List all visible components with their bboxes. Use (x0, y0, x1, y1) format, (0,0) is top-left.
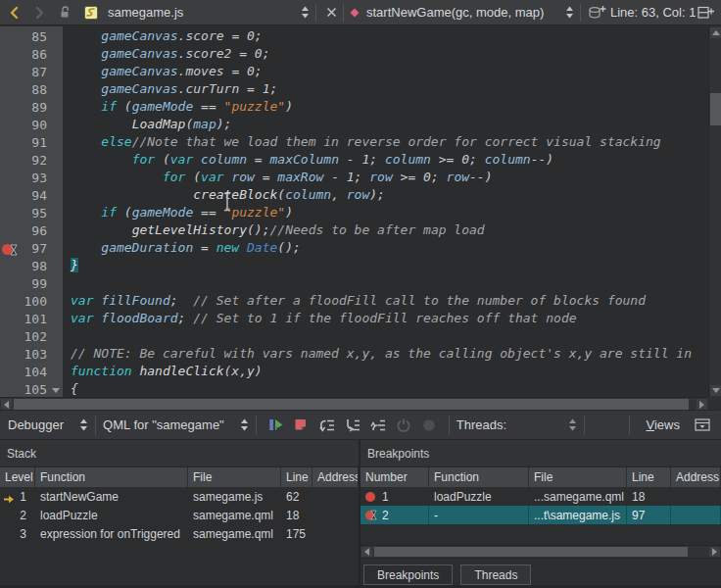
fold-marker-icon[interactable] (52, 388, 60, 393)
code-line[interactable]: { (63, 381, 708, 397)
code-line[interactable]: var floodBoard; // Set to 1 if the flood… (63, 311, 708, 328)
code-line[interactable] (63, 275, 708, 293)
stack-row[interactable]: 2loadPuzzlesamegame.qml18 (0, 506, 359, 524)
code-line[interactable]: gameCanvas.moves = 0; (63, 64, 708, 81)
column-header[interactable]: Address (312, 467, 359, 487)
code-line[interactable]: createBlock(column, row); (63, 187, 708, 205)
line-number[interactable]: 100 (0, 293, 63, 311)
scroll-left-button[interactable] (1, 399, 12, 410)
line-number[interactable]: 101 (0, 311, 63, 328)
column-header[interactable]: File (529, 467, 627, 487)
symbol-selector[interactable]: startNewGame(gc, mode, map) (349, 0, 574, 24)
stop-debug-button[interactable] (289, 414, 314, 437)
column-header[interactable]: Address (671, 467, 721, 487)
column-header[interactable]: Function (35, 467, 188, 487)
scroll-right-button[interactable] (709, 547, 720, 557)
tab-breakpoints[interactable]: Breakpoints (363, 564, 453, 585)
document-selector[interactable]: samegame.js (82, 0, 310, 24)
threads-selector[interactable] (506, 418, 577, 431)
code-line[interactable]: if (gameMode == "puzzle") (63, 205, 708, 222)
stack-row[interactable]: 3expression for onTriggeredsamegame.qml1… (0, 524, 359, 543)
line-number[interactable]: 96 (0, 222, 63, 240)
line-number[interactable]: 94 (0, 187, 63, 205)
column-header[interactable]: Line (281, 467, 312, 487)
editor-horizontal-scrollbar[interactable] (0, 397, 708, 410)
code-line[interactable]: } (63, 258, 708, 275)
views-button[interactable]: Views (647, 417, 680, 432)
code-line[interactable]: for (var column = maxColumn - 1; column … (63, 152, 708, 170)
column-header[interactable]: Level (0, 467, 35, 487)
step-over-button[interactable] (314, 414, 340, 437)
interrupt-button[interactable] (391, 414, 416, 437)
column-header[interactable]: Line (627, 467, 671, 487)
code-line[interactable] (63, 328, 708, 346)
code-line[interactable]: gameDuration = new Date(); (63, 240, 708, 258)
code-line[interactable]: var fillFound; // Set after a floodFill … (63, 293, 708, 311)
scroll-down-button[interactable] (710, 385, 721, 396)
breakpoint-row[interactable]: 2-...t\samegame.js97 (360, 506, 721, 524)
line-number[interactable]: 102 (0, 328, 63, 346)
scroll-up-button[interactable] (710, 27, 721, 38)
code-line[interactable]: gameCanvas.score = 0; (63, 28, 708, 46)
line-number[interactable]: 93 (0, 170, 63, 187)
breakpoint-pending-icon[interactable] (365, 511, 375, 520)
line-number[interactable]: 85 (0, 28, 63, 46)
continue-debug-button[interactable] (264, 414, 289, 437)
code-line[interactable]: gameCanvas.score2 = 0; (63, 46, 708, 64)
line-number[interactable]: 91 (0, 134, 63, 152)
step-into-button[interactable] (340, 414, 365, 437)
record-button[interactable] (416, 414, 442, 437)
breakpoint-row[interactable]: 1loadPuzzle...samegame.qml18 (360, 487, 721, 506)
gutter-breakpoint-icon[interactable] (2, 243, 22, 256)
split-editor-button[interactable] (695, 2, 716, 24)
line-number[interactable]: 103 (0, 346, 63, 364)
code-line[interactable]: LoadMap(map); (63, 117, 708, 134)
code-line[interactable]: // NOTE: Be careful with vars named x,y,… (63, 346, 708, 364)
line-number[interactable]: 89 (0, 99, 63, 117)
stack-header[interactable]: LevelFunctionFileLineAddress (0, 467, 359, 487)
database-plus-button[interactable] (586, 2, 607, 24)
tab-threads[interactable]: Threads (460, 564, 531, 585)
editor-code[interactable]: gameCanvas.score = 0; gameCanvas.score2 … (63, 28, 708, 397)
breakpoints-horizontal-scrollbar[interactable] (360, 545, 721, 559)
column-header[interactable]: Function (429, 467, 529, 487)
scroll-left-button[interactable] (361, 547, 372, 557)
close-document-button[interactable] (320, 2, 342, 24)
back-button[interactable] (4, 2, 25, 24)
line-number[interactable]: 86 (0, 46, 63, 64)
code-line[interactable]: if (gameMode == "puzzle") (63, 99, 708, 117)
column-header[interactable]: File (188, 467, 281, 487)
step-out-button[interactable] (365, 414, 391, 437)
column-header[interactable]: Number (360, 467, 429, 487)
line-number[interactable]: 98 (0, 258, 63, 275)
line-number[interactable]: 104 (0, 364, 63, 381)
horizontal-scroll-thumb[interactable] (374, 547, 688, 557)
horizontal-scroll-thumb[interactable] (14, 399, 689, 410)
views-menu-button[interactable] (690, 414, 715, 437)
line-number[interactable]: 95 (0, 205, 63, 222)
breakpoints-header[interactable]: NumberFunctionFileLineAddress (360, 467, 721, 487)
line-number[interactable]: 105 (0, 381, 63, 397)
debug-target-selector[interactable]: QML for "samegame" (103, 417, 249, 432)
forward-button[interactable] (28, 2, 50, 24)
code-line[interactable]: for (var row = maxRow - 1; row >= 0; row… (63, 170, 708, 187)
lock-button[interactable] (54, 2, 75, 24)
code-editor[interactable]: 85868788899091929394959697 9899100101102… (0, 26, 708, 397)
code-line[interactable]: getLevelHistory();//Needs to be after ma… (63, 222, 708, 240)
line-number[interactable]: 90 (0, 117, 63, 134)
vertical-scroll-thumb[interactable] (710, 93, 721, 125)
code-line[interactable]: else//Note that we load them in reverse … (63, 134, 708, 152)
breakpoint-icon[interactable] (365, 492, 375, 502)
line-number[interactable]: 88 (0, 81, 63, 99)
editor-vertical-scrollbar[interactable] (708, 26, 721, 397)
stack-row[interactable]: 1startNewGamesamegame.js62 (0, 487, 359, 506)
line-number[interactable]: 87 (0, 64, 63, 81)
scroll-right-button[interactable] (697, 399, 707, 410)
code-line[interactable]: gameCanvas.curTurn = 1; (63, 81, 708, 99)
editor-gutter[interactable]: 85868788899091929394959697 9899100101102… (0, 26, 63, 397)
line-number[interactable]: 97 (0, 240, 63, 258)
line-number[interactable]: 99 (0, 275, 63, 293)
code-line[interactable]: function handleClick(x,y) (63, 364, 708, 381)
debugger-engine-selector[interactable]: Debugger (8, 417, 88, 432)
line-number[interactable]: 92 (0, 152, 63, 170)
